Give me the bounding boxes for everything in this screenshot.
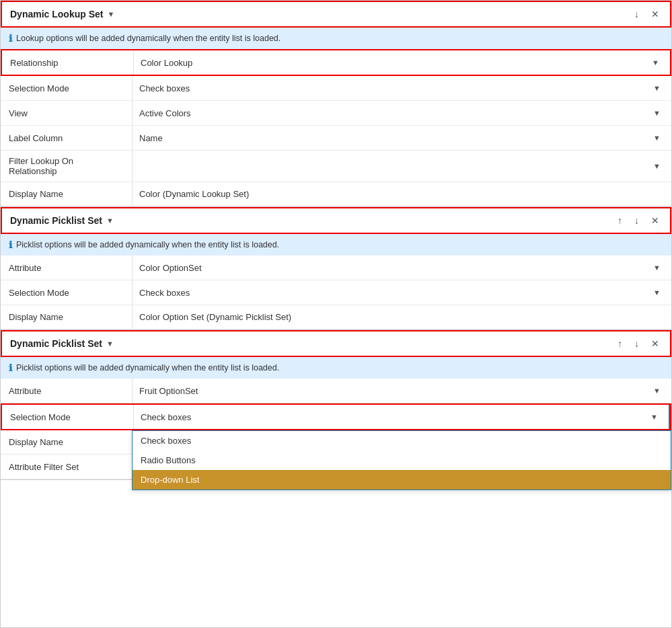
info-bar: ℹLookup options will be added dynamicall… (1, 28, 671, 49)
section-header-right-dynamic-picklist-set-1: ↑↓✕ (615, 214, 662, 227)
field-label-relationship: Relationship (2, 50, 133, 75)
field-row-attribute-1: AttributeColor OptionSet▼ (1, 256, 671, 280)
section-header-right-dynamic-picklist-set-2: ↑↓✕ (615, 337, 662, 350)
field-select-text-view: Active Colors (139, 108, 649, 118)
field-label-selection-mode-2: Selection Mode (2, 405, 133, 429)
select-arrow-icon: ▼ (648, 58, 663, 67)
select-arrow-icon: ▼ (649, 264, 665, 272)
section-dynamic-picklist-set-1: Dynamic Picklist Set▼↑↓✕ℹPicklist option… (1, 207, 671, 330)
section-title-dynamic-picklist-set-2: Dynamic Picklist Set (10, 338, 102, 349)
field-row-selection-mode-1: Selection ModeCheck boxes▼ (1, 280, 671, 305)
move-up-button[interactable]: ↑ (615, 337, 625, 350)
section-header-dynamic-picklist-set-1: Dynamic Picklist Set▼↑↓✕ (1, 207, 671, 234)
section-dynamic-lookup-set: Dynamic Lookup Set▼↓✕ℹLookup options wil… (1, 1, 671, 207)
field-select-label-column[interactable]: Name▼ (133, 126, 671, 150)
field-value-selection-mode: Check boxes▼ (132, 76, 671, 100)
close-button[interactable]: ✕ (648, 337, 662, 350)
field-label-label-column: Label Column (1, 126, 132, 150)
close-button[interactable]: ✕ (648, 214, 662, 227)
field-label-view: View (1, 101, 132, 125)
select-arrow-icon: ▼ (649, 109, 665, 117)
field-select-attribute-2[interactable]: Fruit OptionSet▼ (133, 379, 671, 403)
dropdown-option-radio-buttons[interactable]: Radio Buttons (133, 450, 671, 470)
field-row-relationship: RelationshipColor Lookup▼ (1, 49, 671, 76)
section-header-dynamic-picklist-set-2: Dynamic Picklist Set▼↑↓✕ (1, 330, 671, 357)
field-value-display-name-1 (132, 305, 671, 329)
section-header-left-dynamic-picklist-set-2: Dynamic Picklist Set▼ (10, 338, 114, 349)
field-label-attribute-2: Attribute (1, 379, 132, 403)
select-arrow-icon: ▼ (649, 162, 665, 170)
section-title-dynamic-picklist-set-1: Dynamic Picklist Set (10, 215, 102, 226)
field-label-attribute-filter-set: Attribute Filter Set (1, 455, 132, 479)
field-label-filter-lookup-on-relationship: Filter Lookup On Relationship (1, 151, 132, 182)
dropdown-option-check-boxes[interactable]: Check boxes (133, 431, 671, 450)
field-value-filter-lookup-on-relationship: ▼ (132, 151, 671, 182)
field-value-selection-mode-2: Check boxes▼ (133, 405, 670, 429)
section-title-dynamic-lookup-set: Dynamic Lookup Set (10, 9, 103, 19)
field-label-display-name: Display Name (1, 182, 132, 206)
info-icon: ℹ (9, 362, 12, 373)
field-select-text-relationship: Color Lookup (141, 58, 648, 68)
section-header-dynamic-lookup-set: Dynamic Lookup Set▼↓✕ (1, 1, 671, 28)
field-value-relationship: Color Lookup▼ (133, 50, 670, 75)
field-row-display-name-1: Display Name (1, 305, 671, 329)
field-row-display-name: Display Name (1, 182, 671, 206)
field-row-attribute-2: AttributeFruit OptionSet▼ (1, 379, 671, 403)
move-up-button[interactable]: ↑ (615, 214, 625, 227)
field-select-text-label-column: Name (139, 133, 649, 143)
field-text-display-name[interactable] (133, 182, 671, 206)
info-icon: ℹ (9, 33, 12, 44)
field-row-filter-lookup-on-relationship: Filter Lookup On Relationship▼ (1, 151, 671, 182)
field-select-text-selection-mode-1: Check boxes (139, 288, 649, 298)
section-dropdown-arrow[interactable]: ▼ (107, 10, 114, 18)
field-value-attribute-1: Color OptionSet▼ (132, 256, 671, 280)
field-select-text-selection-mode: Check boxes (139, 83, 649, 93)
info-icon: ℹ (9, 239, 12, 250)
field-label-display-name-1: Display Name (1, 305, 132, 329)
field-label-selection-mode: Selection Mode (1, 76, 132, 100)
section-header-right-dynamic-lookup-set: ↓✕ (632, 7, 662, 21)
field-select-selection-mode-1[interactable]: Check boxes▼ (133, 280, 671, 305)
section-header-left-dynamic-picklist-set-1: Dynamic Picklist Set▼ (10, 215, 114, 226)
field-value-display-name (132, 182, 671, 206)
section-dropdown-arrow[interactable]: ▼ (106, 217, 114, 225)
select-arrow-icon: ▼ (649, 84, 665, 92)
section-header-left-dynamic-lookup-set: Dynamic Lookup Set▼ (10, 9, 114, 19)
selection-mode-dropdown-menu: Check boxesRadio ButtonsDrop-down List (132, 430, 671, 490)
field-label-selection-mode-1: Selection Mode (1, 280, 132, 305)
select-arrow-icon: ▼ (649, 134, 665, 142)
field-label-display-name-2: Display Name (1, 430, 132, 454)
field-row-wrapper-selection-mode-2: Selection ModeCheck boxes▼Check boxesRad… (1, 403, 671, 430)
info-bar: ℹPicklist options will be added dynamica… (1, 234, 671, 256)
field-value-label-column: Name▼ (132, 126, 671, 150)
info-text: Picklist options will be added dynamical… (16, 363, 279, 372)
section-dynamic-picklist-set-2: Dynamic Picklist Set▼↑↓✕ℹPicklist option… (1, 330, 671, 480)
select-arrow-icon: ▼ (646, 413, 662, 421)
field-row-view: ViewActive Colors▼ (1, 101, 671, 126)
move-down-button[interactable]: ↓ (632, 7, 642, 21)
info-text: Lookup options will be added dynamically… (16, 34, 281, 43)
field-value-attribute-2: Fruit OptionSet▼ (132, 379, 671, 403)
field-select-relationship[interactable]: Color Lookup▼ (134, 50, 670, 75)
dropdown-option-drop-down-list[interactable]: Drop-down List (133, 470, 671, 489)
close-button[interactable]: ✕ (648, 7, 662, 21)
field-select-filter-lookup-on-relationship[interactable]: ▼ (133, 151, 671, 182)
field-label-attribute-1: Attribute (1, 256, 132, 280)
field-row-label-column: Label ColumnName▼ (1, 126, 671, 151)
field-select-attribute-1[interactable]: Color OptionSet▼ (133, 256, 671, 280)
select-arrow-icon: ▼ (649, 288, 665, 297)
field-select-selection-mode-2[interactable]: Check boxes▼ (134, 405, 670, 429)
field-text-display-name-1[interactable] (133, 305, 671, 329)
move-down-button[interactable]: ↓ (632, 214, 642, 227)
info-text: Picklist options will be added dynamical… (16, 240, 279, 249)
field-select-view[interactable]: Active Colors▼ (133, 101, 671, 125)
field-row-selection-mode-2: Selection ModeCheck boxes▼ (1, 403, 671, 430)
field-select-text-attribute-1: Color OptionSet (139, 263, 649, 273)
field-select-text-attribute-2: Fruit OptionSet (139, 386, 649, 396)
select-arrow-icon: ▼ (649, 387, 665, 395)
field-value-selection-mode-1: Check boxes▼ (132, 280, 671, 305)
field-value-view: Active Colors▼ (132, 101, 671, 125)
move-down-button[interactable]: ↓ (632, 337, 642, 350)
section-dropdown-arrow[interactable]: ▼ (106, 340, 114, 348)
field-select-selection-mode[interactable]: Check boxes▼ (133, 76, 671, 100)
